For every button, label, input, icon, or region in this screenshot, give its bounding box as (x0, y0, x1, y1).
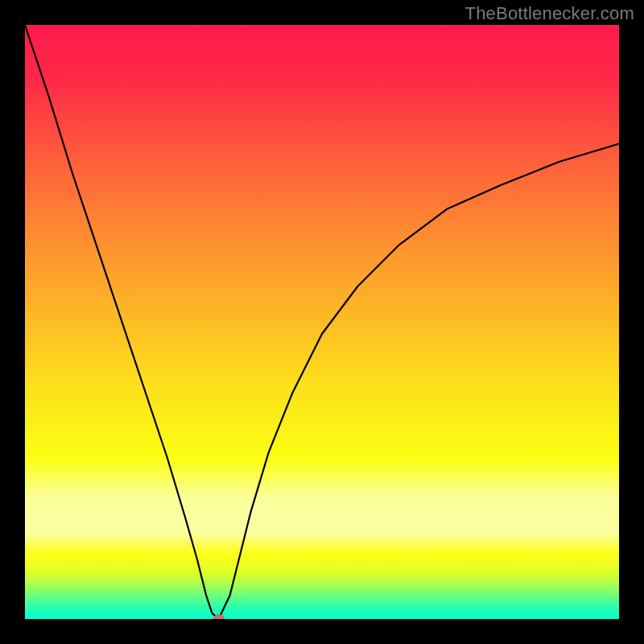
attribution-label: TheBottlenecker.com (465, 3, 634, 24)
chart-frame: TheBottlenecker.com (0, 0, 644, 644)
current-point-marker (213, 614, 225, 619)
plot-area (25, 25, 619, 619)
curve-layer (25, 25, 619, 619)
bottleneck-curve-path (25, 25, 619, 619)
